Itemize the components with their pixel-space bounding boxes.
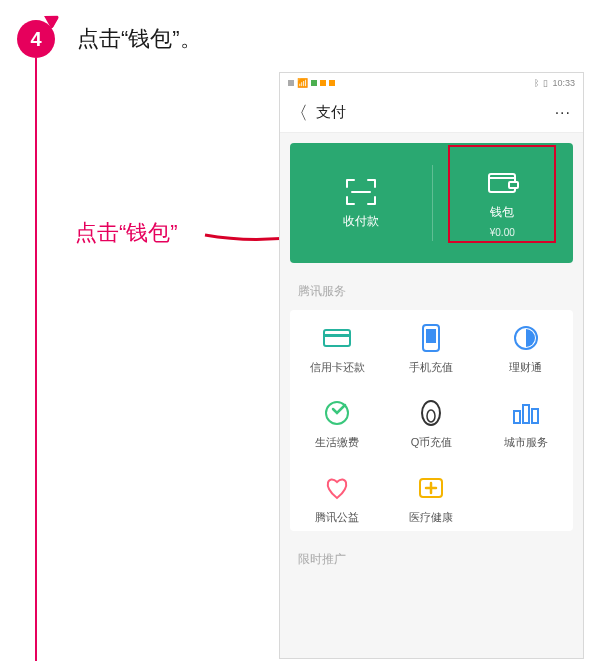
step-number: 4: [30, 28, 41, 51]
service-city[interactable]: 城市服务: [479, 399, 573, 450]
finance-icon: [512, 324, 540, 352]
service-label: 手机充值: [409, 360, 453, 375]
wallet-icon: [485, 168, 519, 198]
back-icon[interactable]: 〈: [290, 101, 316, 125]
service-licaitong[interactable]: 理财通: [479, 324, 573, 375]
phone-icon: [417, 324, 445, 352]
pay-collect-label: 收付款: [343, 213, 379, 230]
signal-icon: 📶: [297, 78, 308, 88]
service-label: 信用卡还款: [310, 360, 365, 375]
city-icon: [512, 399, 540, 427]
service-health[interactable]: 医疗健康: [384, 474, 478, 525]
service-label: 理财通: [509, 360, 542, 375]
bluetooth-icon: ᛒ: [534, 78, 539, 88]
service-phone-topup[interactable]: 手机充值: [384, 324, 478, 375]
more-icon[interactable]: ···: [555, 104, 571, 122]
svg-point-9: [427, 410, 435, 422]
service-label: 生活缴费: [315, 435, 359, 450]
battery-icon: ▯: [543, 78, 548, 88]
svg-rect-2: [324, 330, 350, 346]
service-label: 城市服务: [504, 435, 548, 450]
penguin-icon: [417, 399, 445, 427]
svg-rect-5: [426, 329, 436, 343]
status-icon: [329, 80, 335, 86]
step-bullet: 4: [17, 20, 55, 58]
service-credit-card[interactable]: 信用卡还款: [290, 324, 384, 375]
wallet-label: 钱包: [490, 204, 514, 221]
nav-bar: 〈 支付 ···: [280, 93, 583, 133]
scan-icon: [344, 177, 378, 207]
step-title: 点击“钱包”。: [77, 24, 202, 54]
service-charity[interactable]: 腾讯公益: [290, 474, 384, 525]
guide-vertical-line: [35, 58, 37, 661]
svg-rect-3: [324, 334, 350, 337]
utilities-icon: [323, 399, 351, 427]
wallet-amount: ¥0.00: [490, 227, 515, 238]
callout-text: 点击“钱包”: [75, 218, 178, 248]
status-icon: [320, 80, 326, 86]
medical-icon: [417, 474, 445, 502]
svg-rect-1: [509, 182, 518, 188]
status-icon: [311, 80, 317, 86]
services-grid: 信用卡还款 手机充值 理财通 生活缴费 Q币充值: [290, 310, 573, 531]
status-left-icons: 📶: [288, 78, 335, 88]
status-time: 10:33: [552, 78, 575, 88]
pay-collect-button[interactable]: 收付款: [290, 143, 432, 263]
wallet-button[interactable]: 钱包 ¥0.00: [432, 143, 574, 263]
svg-rect-12: [532, 409, 538, 423]
status-icon: [288, 80, 294, 86]
heart-icon: [323, 474, 351, 502]
service-qcoin[interactable]: Q币充值: [384, 399, 478, 450]
payment-panel: 收付款 钱包 ¥0.00: [290, 143, 573, 263]
svg-rect-11: [523, 405, 529, 423]
status-bar: 📶 ᛒ ▯ 10:33: [280, 73, 583, 93]
section-label-services: 腾讯服务: [298, 283, 583, 300]
section-label-promo: 限时推广: [298, 551, 583, 568]
phone-screenshot: 📶 ᛒ ▯ 10:33 〈 支付 ··· 收付款 钱包 ¥0.00: [279, 72, 584, 659]
credit-card-icon: [323, 324, 351, 352]
service-label: Q币充值: [411, 435, 453, 450]
service-utilities[interactable]: 生活缴费: [290, 399, 384, 450]
svg-rect-10: [514, 411, 520, 423]
service-label: 医疗健康: [409, 510, 453, 525]
service-label: 腾讯公益: [315, 510, 359, 525]
nav-title: 支付: [316, 103, 346, 122]
